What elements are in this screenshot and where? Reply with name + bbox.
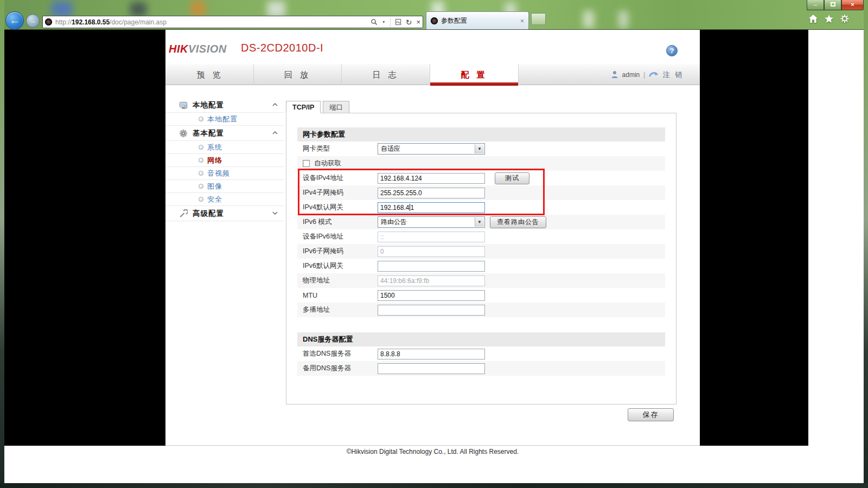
bullet-icon <box>199 117 203 121</box>
settings-panel: TCP/IP端口 网卡参数配置 网卡类型 自适应 ▼ 自动获取 <box>286 100 676 404</box>
tab-port[interactable]: 端口 <box>323 101 349 113</box>
hikvision-logo: HIKVISION <box>169 43 227 55</box>
tab-playback[interactable]: 回 放 <box>254 64 342 85</box>
section-nic-parameters: 网卡参数配置 <box>297 127 665 142</box>
nic-type-select[interactable]: 自适应 ▼ <box>378 143 485 155</box>
chevron-up-icon <box>272 103 278 106</box>
multicast-input[interactable] <box>378 305 485 316</box>
divider: | <box>643 71 645 79</box>
tab-configuration[interactable]: 配 置 <box>430 64 519 85</box>
browser-navigation-row: ← → http://192.168.0.55/doc/page/main.as… <box>0 11 868 30</box>
help-icon[interactable]: ? <box>666 45 678 56</box>
row-mac-address: 物理地址 <box>297 273 665 288</box>
row-ipv4-address: 设备IPv4地址 测试 <box>297 171 665 185</box>
maximize-icon <box>831 2 835 7</box>
select-arrow-icon[interactable]: ▼ <box>475 144 484 153</box>
search-icon[interactable] <box>371 18 378 25</box>
mac-address-input <box>378 275 485 286</box>
device-model: DS-2CD2010D-I <box>241 42 323 54</box>
logout-icon[interactable] <box>649 71 659 78</box>
favorites-star-icon[interactable] <box>824 14 834 23</box>
user-zone: admin | 注 销 <box>611 64 684 85</box>
sidebar-item-image[interactable]: 图像 <box>165 180 284 193</box>
logout-button[interactable]: 注 销 <box>662 70 684 80</box>
user-icon <box>611 70 618 79</box>
row-ipv6-gateway: IPv6默认网关 <box>297 259 665 273</box>
window-frame-bottom <box>0 483 868 488</box>
site-favicon <box>45 18 52 25</box>
username: admin <box>622 71 640 79</box>
tab-favicon <box>431 17 438 24</box>
chevron-down-icon <box>272 211 278 215</box>
home-icon[interactable] <box>808 14 818 23</box>
copyright-text: ©Hikvision Digital Technology Co., Ltd. … <box>165 448 700 455</box>
tab-log[interactable]: 日 志 <box>342 64 430 85</box>
tcpip-form: 网卡参数配置 网卡类型 自适应 ▼ 自动获取 设备IPv4地址 <box>286 113 676 404</box>
sidebar-item-local-config[interactable]: 本地配置 <box>165 113 284 126</box>
main-navbar: 预 览 回 放 日 志 配 置 admin | 注 销 <box>165 64 700 85</box>
maximize-button[interactable] <box>824 0 841 10</box>
bullet-icon <box>199 158 203 163</box>
back-button[interactable]: ← <box>5 11 24 30</box>
section-dns-config: DNS服务器配置 <box>297 332 665 346</box>
tab-preview[interactable]: 预 览 <box>167 64 254 85</box>
row-multicast: 多播地址 <box>297 303 665 317</box>
url-text: http://192.168.0.55/doc/page/main.asp <box>55 18 167 26</box>
bullet-icon <box>199 171 203 176</box>
row-mtu: MTU <box>297 288 665 303</box>
tab-tcpip[interactable]: TCP/IP <box>286 101 321 113</box>
divider <box>390 18 391 27</box>
sidebar-group-advanced-config[interactable]: 高级配置 <box>165 206 284 221</box>
page-viewport: HIKVISION DS-2CD2010D-I ? 预 览 回 放 日 志 配 … <box>4 30 864 483</box>
row-ipv6-mode: IPv6 模式 路由公告 ▼ 查看路由公告 <box>297 215 665 229</box>
spacer <box>297 317 665 332</box>
row-dns-secondary: 备用DNS服务器 <box>297 361 665 376</box>
sidebar: 本地配置 本地配置 基本配置 系统 网络 <box>165 98 284 221</box>
sidebar-item-security[interactable]: 安全 <box>165 193 284 206</box>
ipv4-gateway-input[interactable]: 192.168.41 <box>378 202 485 213</box>
page-footer: ©Hikvision Digital Technology Co., Ltd. … <box>4 446 864 483</box>
refresh-icon[interactable]: ↻ <box>406 18 412 27</box>
search-dropdown-icon[interactable]: ▼ <box>382 20 386 24</box>
compatibility-view-icon[interactable] <box>395 18 401 25</box>
basic-config-icon <box>179 129 188 138</box>
row-nic-type: 网卡类型 自适应 ▼ <box>297 142 665 156</box>
minimize-button[interactable]: – <box>807 0 824 10</box>
browser-tab[interactable]: 参数配置 × <box>426 11 529 30</box>
chevron-up-icon <box>272 131 278 134</box>
address-bar[interactable]: http://192.168.0.55/doc/page/main.asp ▼ … <box>42 16 423 28</box>
sidebar-item-audio-video[interactable]: 音视频 <box>165 167 284 180</box>
new-tab-button[interactable] <box>531 13 546 25</box>
sidebar-group-basic-config[interactable]: 基本配置 <box>165 126 284 141</box>
select-arrow-icon[interactable]: ▼ <box>475 217 484 227</box>
row-ipv6-address: 设备IPv6地址 <box>297 229 665 244</box>
ipv4-address-input[interactable] <box>378 173 485 184</box>
save-button[interactable]: 保存 <box>628 408 674 421</box>
advanced-config-icon <box>179 209 188 218</box>
sidebar-item-network[interactable]: 网络 <box>165 154 284 167</box>
screen: – × ← → http://192.168.0.55/doc/page/mai… <box>0 0 868 488</box>
secondary-dns-input[interactable] <box>378 363 485 374</box>
tools-gear-icon[interactable] <box>840 14 850 23</box>
tab-close-icon[interactable]: × <box>520 17 524 25</box>
window-frame-left <box>0 0 4 488</box>
forward-button[interactable]: → <box>26 14 40 28</box>
tab-title: 参数配置 <box>441 16 467 25</box>
ipv6-mode-select[interactable]: 路由公告 ▼ <box>378 216 485 228</box>
row-ipv4-mask: IPv4子网掩码 <box>297 185 665 200</box>
ipv6-gateway-input[interactable] <box>378 261 485 272</box>
sidebar-group-local-config[interactable]: 本地配置 <box>165 98 284 113</box>
ipv4-mask-input[interactable] <box>378 188 485 198</box>
stop-icon[interactable]: × <box>416 18 420 26</box>
test-button[interactable]: 测试 <box>495 172 529 184</box>
ipv6-mask-input <box>378 246 485 257</box>
dhcp-checkbox[interactable] <box>303 160 310 167</box>
close-window-button[interactable]: × <box>841 0 864 10</box>
sidebar-item-system[interactable]: 系统 <box>165 141 284 154</box>
local-config-icon <box>179 101 188 110</box>
mtu-input[interactable] <box>378 290 485 301</box>
primary-dns-input[interactable] <box>378 349 485 359</box>
view-router-advertisement-button[interactable]: 查看路由公告 <box>490 216 546 228</box>
bullet-icon <box>199 197 203 202</box>
browser-chrome: – × ← → http://192.168.0.55/doc/page/mai… <box>0 0 868 30</box>
